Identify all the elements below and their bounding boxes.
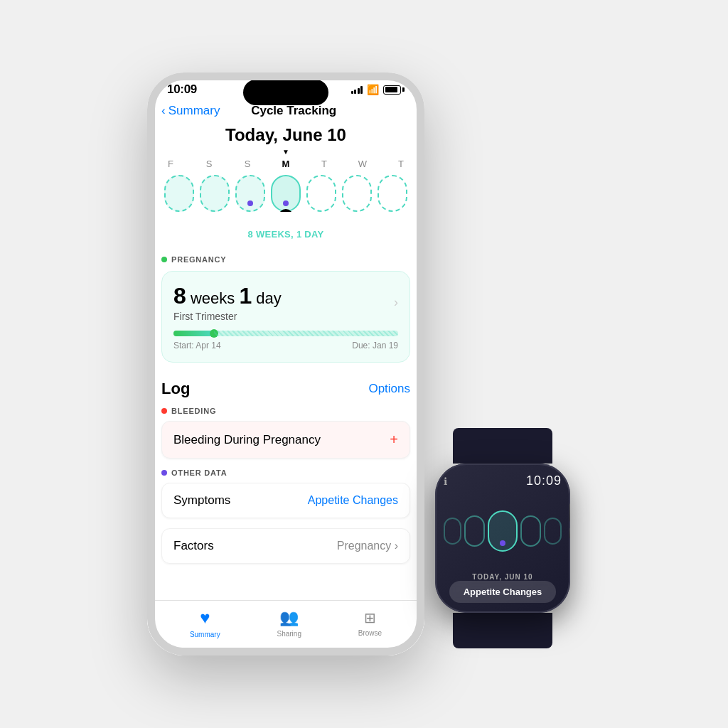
watch-top-row: ℹ 10:09 [444, 473, 562, 488]
tab-browse[interactable]: ⊞ Browse [358, 609, 382, 637]
watch-crown [569, 503, 570, 523]
signal-bar-3 [358, 88, 360, 94]
battery-icon [383, 85, 405, 95]
bleeding-row[interactable]: Bleeding During Pregnancy + [161, 421, 410, 459]
factors-row-label: Factors [173, 539, 214, 553]
watch-bubble-left2 [464, 515, 485, 547]
pregnancy-header: 8 weeks 1 day First Trimester › [173, 283, 398, 322]
signal-bar-2 [354, 90, 356, 94]
signal-bars-icon [351, 85, 363, 94]
battery-fill [385, 87, 397, 92]
cycle-bubble-5[interactable] [342, 175, 372, 212]
cycle-dot-3 [283, 200, 289, 206]
watch-time: 10:09 [526, 473, 562, 488]
watch-band-top [453, 428, 552, 464]
signal-bar-1 [351, 91, 353, 94]
watch-bubble-left1 [444, 518, 461, 545]
home-indicator [147, 650, 424, 655]
bleeding-add-icon[interactable]: + [390, 432, 398, 448]
watch-side-button [569, 528, 570, 539]
date-arrow-icon: ▼ [282, 148, 289, 156]
factors-value: Pregnancy › [337, 540, 398, 552]
heart-icon: ♥ [200, 608, 210, 628]
pregnancy-section-label: PREGNANCY [161, 255, 410, 264]
other-data-dot-icon [161, 470, 167, 476]
cycle-bubble-0[interactable] [164, 175, 194, 212]
symptoms-row-label: Symptoms [173, 493, 230, 508]
pregnancy-chevron-icon: › [394, 295, 398, 310]
pregnancy-card[interactable]: 8 weeks 1 day First Trimester › [161, 271, 410, 363]
watch-case: ℹ 10:09 TODAY, JUN 10 Appetite Changes [435, 464, 570, 613]
cycle-bubble-2[interactable] [235, 175, 265, 212]
bleeding-label-text: BLEEDING [171, 407, 216, 415]
nav-title: Cycle Tracking [220, 104, 368, 118]
pregnancy-dates: Start: Apr 14 Due: Jan 19 [173, 341, 398, 350]
tab-browse-label: Browse [358, 629, 382, 637]
tab-summary[interactable]: ♥ Summary [190, 608, 220, 638]
trimester-label: First Trimester [173, 311, 282, 322]
log-header: Log Options [161, 380, 410, 398]
today-marker: M [279, 209, 293, 212]
pregnancy-start-date: Start: Apr 14 [173, 341, 221, 350]
wifi-icon: 📶 [367, 84, 379, 95]
back-chevron-icon: ‹ [161, 104, 166, 118]
weekday-2: S [238, 159, 257, 169]
scene: 10:09 📶 [147, 73, 581, 655]
watch-symptom-pill: Appetite Changes [449, 581, 555, 603]
pregnancy-duration: 8 weeks 1 day First Trimester [173, 283, 282, 322]
home-bar [243, 648, 328, 652]
pregnancy-due-date: Due: Jan 19 [352, 341, 398, 350]
weekday-4: T [315, 159, 333, 169]
weeks-number: 8 [173, 283, 186, 309]
log-section: Log Options BLEEDING Bleeding During Pre… [147, 371, 424, 564]
date-title: Today, June 10 [225, 125, 346, 145]
watch-bubble-right2 [544, 518, 562, 545]
tab-sharing-label: Sharing [277, 630, 301, 638]
pregnancy-progress-bar [173, 331, 398, 336]
tab-sharing[interactable]: 👥 Sharing [277, 609, 301, 638]
watch-info-icon: ℹ [444, 476, 447, 487]
tab-summary-label: Summary [190, 631, 220, 638]
battery-tip [402, 87, 405, 92]
bleeding-label: BLEEDING [161, 407, 410, 415]
spacer [147, 564, 424, 600]
options-button[interactable]: Options [368, 382, 410, 396]
cycle-bubble-6[interactable] [378, 175, 407, 212]
cycle-bubbles: M [161, 175, 410, 212]
calendar-section: Today, June 10 ▼ F S S M T W T [147, 125, 424, 247]
iphone-device: 10:09 📶 [147, 73, 424, 655]
weekday-0: F [161, 159, 180, 169]
factors-row[interactable]: Factors Pregnancy › [161, 528, 410, 564]
watch-band-bottom [453, 613, 552, 648]
sharing-icon: 👥 [279, 609, 299, 627]
cycle-bubble-3-active[interactable]: M [271, 175, 301, 212]
log-title: Log [161, 380, 190, 398]
weeks-unit: weeks [191, 289, 235, 307]
weekday-6: T [392, 159, 410, 169]
symptoms-value: Appetite Changes [308, 494, 398, 507]
symptoms-row[interactable]: Symptoms Appetite Changes [161, 483, 410, 518]
status-time: 10:09 [167, 82, 197, 97]
bleeding-row-label: Bleeding During Pregnancy [173, 433, 321, 447]
pregnancy-section: PREGNANCY 8 weeks 1 day First Trimester [147, 247, 424, 371]
other-data-label: OTHER DATA [161, 469, 410, 477]
weekday-5: W [353, 159, 372, 169]
back-label[interactable]: Summary [168, 104, 220, 118]
cycle-bubble-1[interactable] [200, 175, 230, 212]
status-bar: 10:09 📶 [147, 73, 424, 100]
pregnancy-label-text: PREGNANCY [171, 255, 227, 264]
weekday-row: F S S M T W T [161, 159, 410, 169]
tab-bar: ♥ Summary 👥 Sharing ⊞ Browse [147, 600, 424, 650]
back-button[interactable]: ‹ Summary [161, 104, 220, 118]
apple-watch: ℹ 10:09 TODAY, JUN 10 Appetite Changes [424, 428, 581, 627]
weeks-label: 8 WEEKS, 1 DAY [247, 229, 323, 240]
watch-screen: ℹ 10:09 TODAY, JUN 10 Appetite Changes [444, 473, 562, 603]
weekday-3-active: M [277, 159, 295, 169]
dynamic-island [243, 80, 328, 105]
watch-bubble-right1 [520, 515, 541, 547]
cycle-bubble-4[interactable] [306, 175, 336, 212]
signal-bar-4 [360, 86, 363, 94]
browse-icon: ⊞ [364, 609, 376, 626]
bleeding-dot-icon [161, 408, 167, 414]
days-unit: day [256, 289, 281, 307]
